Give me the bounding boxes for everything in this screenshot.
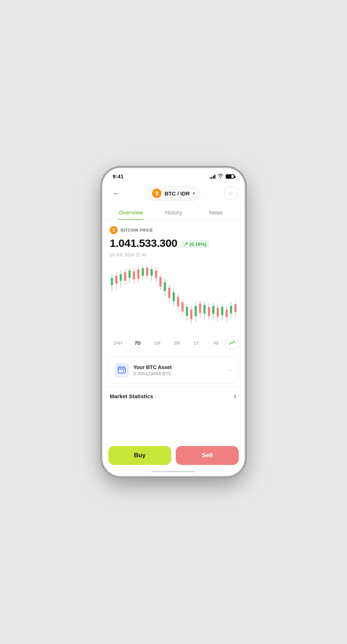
wifi-icon [218, 174, 223, 179]
asset-info: Your BTC Asset 0.000123456 BTC [133, 364, 222, 376]
svg-rect-15 [142, 268, 144, 276]
price-timestamp: 10 JUL 2024 22:46 [110, 252, 237, 257]
back-button[interactable]: ← [110, 187, 123, 200]
svg-point-59 [123, 371, 124, 372]
header: ← ₿ BTC / IDR ▾ ☆ [102, 182, 245, 206]
asset-amount: 0.000123456 BTC [133, 371, 222, 376]
tab-news[interactable]: News [195, 206, 237, 220]
tab-overview[interactable]: Overview [110, 206, 152, 220]
time-btn-3m[interactable]: 3M [167, 338, 187, 348]
pair-label: BTC / IDR [164, 190, 190, 197]
time-btn-1y[interactable]: 1Y [187, 338, 206, 348]
star-icon: ☆ [228, 190, 233, 197]
phone-frame: 9:41 [102, 168, 245, 476]
time-btn-all[interactable]: All [206, 338, 226, 348]
time-btn-1m[interactable]: 1M [147, 338, 167, 348]
coin-label: BITCOIN PRICE [121, 228, 153, 232]
svg-rect-23 [159, 277, 161, 287]
buy-button[interactable]: Buy [108, 446, 171, 465]
btc-small-icon: ₿ [110, 226, 118, 234]
market-stats-section[interactable]: Market Statistics ∧ [102, 387, 245, 406]
pair-selector[interactable]: ₿ BTC / IDR ▾ [147, 186, 200, 201]
svg-rect-3 [115, 276, 117, 284]
status-time: 9:41 [113, 173, 124, 179]
wallet-icon [114, 363, 129, 377]
favorite-button[interactable]: ☆ [224, 187, 237, 200]
svg-rect-43 [203, 305, 206, 314]
svg-rect-41 [199, 303, 201, 313]
battery-icon [226, 174, 234, 179]
svg-rect-7 [124, 272, 126, 281]
svg-rect-37 [190, 310, 192, 319]
asset-card[interactable]: Your BTC Asset 0.000123456 BTC → [108, 357, 239, 384]
svg-rect-9 [128, 271, 130, 278]
change-pct: (0.16%) [190, 241, 206, 247]
chevron-up-icon: ∧ [233, 393, 237, 400]
svg-rect-53 [226, 310, 228, 317]
svg-rect-58 [118, 368, 125, 373]
bottom-action-bar: Buy Sell [102, 442, 245, 476]
svg-rect-13 [137, 269, 140, 279]
price-section: ₿ BITCOIN PRICE 1.041.533.300 ↗ (0.16%) … [102, 220, 245, 260]
svg-rect-19 [151, 269, 153, 276]
svg-rect-47 [212, 306, 214, 314]
svg-rect-17 [146, 268, 148, 276]
main-content: ₿ BITCOIN PRICE 1.041.533.300 ↗ (0.16%) … [102, 220, 245, 442]
svg-rect-45 [208, 307, 210, 316]
chart-type-button[interactable] [226, 336, 239, 349]
svg-rect-1 [111, 278, 113, 285]
svg-rect-51 [221, 307, 223, 315]
svg-rect-49 [217, 308, 219, 317]
tab-history[interactable]: History [152, 206, 195, 220]
status-bar: 9:41 [102, 168, 245, 182]
candlestick-chart [102, 260, 245, 333]
phone-screen: 9:41 [102, 168, 245, 476]
svg-rect-11 [133, 271, 135, 279]
svg-rect-31 [177, 297, 179, 306]
svg-rect-25 [164, 282, 166, 291]
svg-rect-29 [172, 292, 175, 301]
trend-up-icon: ↗ [184, 241, 188, 247]
arrow-right-icon: → [227, 367, 233, 373]
time-btn-7d[interactable]: 7D [128, 338, 148, 348]
chevron-down-icon: ▾ [193, 191, 195, 196]
svg-rect-21 [155, 271, 157, 278]
sell-button[interactable]: Sell [176, 446, 239, 465]
price-header: ₿ BITCOIN PRICE [110, 226, 237, 234]
status-icons [210, 174, 235, 179]
svg-rect-5 [120, 274, 122, 281]
svg-rect-27 [168, 288, 170, 298]
tab-bar: Overview History News [102, 206, 245, 220]
time-btn-24h[interactable]: 24H [108, 338, 128, 348]
market-stats-title: Market Statistics [110, 393, 153, 399]
svg-rect-57 [234, 304, 237, 312]
btc-icon: ₿ [152, 189, 161, 198]
price-value: 1.041.533.300 [110, 237, 177, 249]
svg-rect-39 [195, 306, 197, 316]
svg-rect-35 [186, 307, 188, 316]
svg-rect-55 [230, 306, 232, 313]
svg-rect-33 [182, 302, 184, 311]
back-arrow-icon: ← [113, 189, 120, 198]
price-change-badge: ↗ (0.16%) [181, 240, 209, 248]
time-range-selector: 24H 7D 1M 3M 1Y All [102, 333, 245, 354]
signal-bars-icon [210, 174, 216, 179]
asset-title: Your BTC Asset [133, 364, 222, 370]
